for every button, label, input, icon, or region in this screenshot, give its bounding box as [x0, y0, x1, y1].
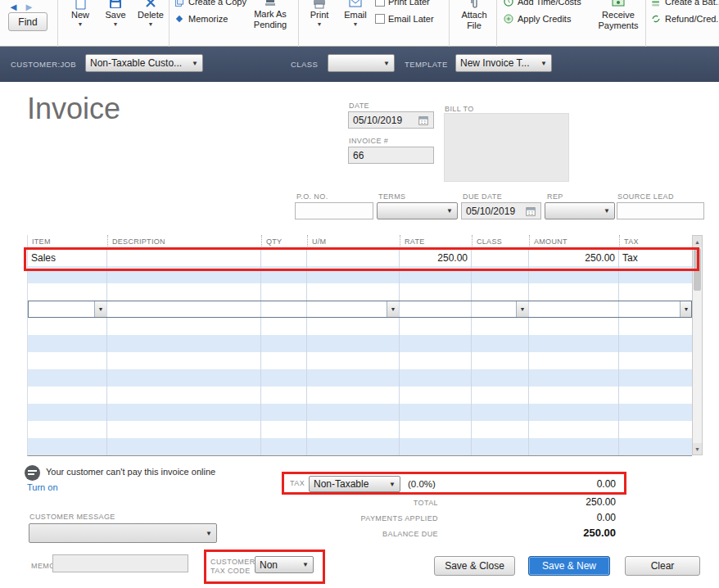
chevron-down-icon: ▼ [317, 21, 323, 27]
table-scrollbar[interactable]: ▲ ▼ [692, 235, 703, 455]
terms-select[interactable]: ▼ [377, 202, 458, 219]
column-header: RATE [400, 235, 472, 248]
chevron-down-icon[interactable]: ▼ [94, 301, 106, 318]
template-select[interactable]: New Invoice T... ▼ [455, 54, 552, 72]
tax-select[interactable]: Non-Taxable ▼ [309, 476, 400, 492]
online-payment-icon [25, 465, 40, 481]
total-label: TOTAL [291, 499, 438, 507]
po-number-input[interactable] [295, 202, 373, 219]
qty-cell[interactable] [261, 301, 307, 318]
class-cell[interactable] [472, 249, 529, 266]
attach-file-button[interactable]: Attach File [455, 0, 493, 30]
create-batch-button[interactable]: Create a Bat... [650, 0, 719, 7]
class-cell[interactable]: ▼ [472, 301, 529, 318]
qty-cell[interactable] [261, 249, 307, 266]
chevron-down-icon: ▼ [302, 561, 309, 568]
delete-button[interactable]: Delete ▼ [133, 0, 169, 27]
add-time-costs-button[interactable]: Add Time/Costs [503, 0, 581, 7]
source-lead-label: SOURCE LEAD [617, 192, 674, 201]
scrollbar-thumb[interactable] [694, 248, 701, 291]
refund-credit-button[interactable]: Refund/Cred... [650, 13, 719, 25]
save-icon [108, 0, 123, 10]
column-header: TAX [619, 235, 693, 248]
tax-cell[interactable]: ▼ [619, 301, 693, 318]
item-cell[interactable]: Sales [28, 249, 107, 266]
save-close-button[interactable]: Save & Close [434, 556, 515, 576]
toolbar-divider [169, 0, 170, 47]
chevron-down-icon[interactable]: ▼ [516, 301, 528, 318]
table-row[interactable] [28, 438, 692, 455]
table-row-active[interactable]: ▼ ▼ ▼ ▼ [28, 301, 692, 318]
email-later-checkbox[interactable]: Email Later [375, 14, 434, 24]
table-row[interactable] [28, 283, 692, 301]
amount-cell[interactable] [529, 301, 619, 318]
description-cell[interactable] [107, 249, 261, 266]
customer-tax-code-select[interactable]: Non ▼ [255, 556, 314, 573]
customer-job-select[interactable]: Non-Taxable Custo... ▼ [85, 54, 203, 72]
chevron-down-icon: ▼ [148, 21, 154, 27]
apply-credits-button[interactable]: Apply Credits [503, 13, 571, 25]
table-row[interactable] [28, 404, 692, 421]
memorize-button[interactable]: Memorize [174, 13, 228, 25]
print-later-checkbox[interactable]: Print Later [375, 0, 430, 7]
date-input[interactable]: 05/10/2019 [348, 111, 434, 129]
class-select[interactable]: ▼ [328, 54, 395, 72]
calendar-icon[interactable] [525, 206, 536, 217]
mark-as-pending-button[interactable]: Mark As Pending [246, 0, 295, 29]
find-button[interactable]: Find [8, 12, 47, 31]
chevron-down-icon: ▼ [389, 481, 396, 488]
credits-icon [503, 13, 514, 25]
scroll-up-icon[interactable]: ▲ [693, 236, 702, 247]
item-cell[interactable]: ▼ [28, 301, 107, 318]
bill-to-box[interactable] [444, 113, 569, 182]
chevron-down-icon: ▼ [192, 60, 198, 67]
clear-button[interactable]: Clear [625, 556, 700, 576]
invoice-number-input[interactable]: 66 [348, 147, 434, 164]
um-cell[interactable] [307, 249, 400, 266]
scroll-down-icon[interactable]: ▼ [693, 443, 702, 455]
back-icon[interactable]: ◄ [8, 1, 19, 13]
new-button[interactable]: New ▼ [66, 0, 95, 27]
invoice-number-label: INVOICE # [349, 137, 388, 145]
table-row[interactable] [28, 266, 692, 283]
toolbar-divider [57, 0, 58, 47]
table-row[interactable] [28, 387, 692, 404]
chevron-down-icon: ▼ [78, 21, 84, 27]
memo-input[interactable] [52, 554, 188, 572]
online-payment-message: Your customer can't pay this invoice onl… [46, 467, 215, 477]
refund-icon [650, 13, 662, 25]
tax-cell[interactable]: Tax [619, 249, 693, 266]
calendar-icon[interactable] [418, 115, 429, 126]
amount-cell[interactable]: 250.00 [529, 249, 619, 266]
delete-icon [143, 0, 158, 10]
chevron-down-icon[interactable]: ▼ [387, 301, 399, 318]
toolbar: ◄► Find New ▼ Save ▼ Delete ▼ Create a C… [0, 0, 719, 47]
table-row[interactable] [28, 421, 692, 438]
receive-payments-button[interactable]: Receive Payments [595, 0, 642, 30]
um-cell[interactable]: ▼ [307, 301, 400, 318]
turn-on-link[interactable]: Turn on [27, 482, 58, 492]
checkbox-icon [375, 14, 385, 24]
save-button[interactable]: Save ▼ [100, 0, 131, 27]
source-lead-input[interactable] [617, 202, 704, 219]
due-date-input[interactable]: 05/10/2019 [461, 202, 541, 219]
save-new-button[interactable]: Save & New [528, 556, 610, 576]
table-row[interactable] [28, 335, 692, 352]
chevron-down-icon[interactable]: ▼ [680, 301, 692, 318]
description-cell[interactable] [107, 301, 261, 318]
email-button[interactable]: Email ▼ [339, 0, 372, 27]
table-row-sales[interactable]: Sales 250.00 250.00 Tax [28, 249, 692, 266]
table-row[interactable] [28, 369, 692, 387]
table-row[interactable] [28, 352, 692, 369]
stamp-icon [263, 0, 278, 9]
rep-select[interactable]: ▼ [545, 202, 615, 219]
paperclip-icon [467, 0, 482, 10]
table-row[interactable] [28, 318, 692, 335]
create-copy-button[interactable]: Create a Copy [174, 0, 246, 7]
forward-icon[interactable]: ► [24, 1, 34, 13]
table-header-row: ITEM DESCRIPTION QTY U/M RATE CLASS AMOU… [28, 235, 692, 249]
rate-cell[interactable] [400, 301, 472, 318]
rate-cell[interactable]: 250.00 [400, 249, 472, 266]
print-button[interactable]: Print ▼ [303, 0, 336, 27]
customer-message-select[interactable]: ▼ [29, 523, 217, 543]
